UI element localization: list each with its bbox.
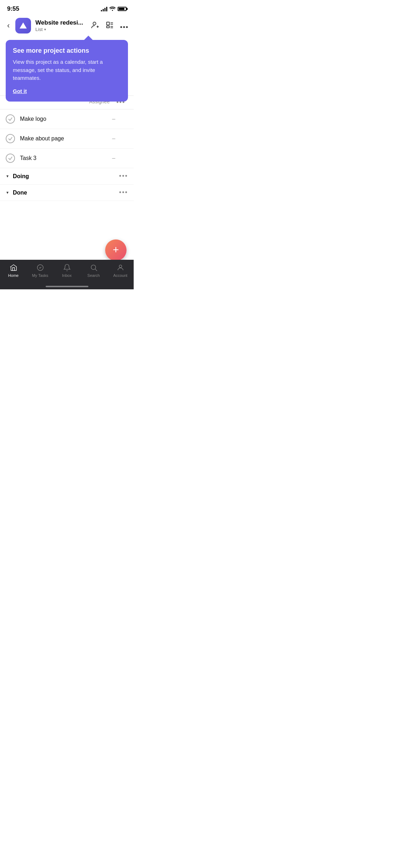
- view-label: List: [35, 27, 42, 32]
- section-collapse-icon: ▼: [6, 191, 9, 195]
- back-button[interactable]: ‹: [6, 20, 11, 32]
- section-done[interactable]: ▼ Done •••: [0, 185, 134, 201]
- svg-rect-7: [107, 26, 109, 28]
- task-name[interactable]: Task 3: [20, 155, 99, 161]
- task-row: Make about page –: [0, 129, 134, 149]
- task-checkbox[interactable]: [6, 154, 15, 163]
- plus-icon: +: [113, 244, 119, 255]
- project-icon: [15, 18, 31, 33]
- header: ‹ Website redesi... List ▾: [0, 16, 134, 36]
- task-name[interactable]: Make logo: [20, 116, 99, 122]
- svg-point-16: [119, 265, 122, 268]
- task-assignee: –: [99, 155, 128, 161]
- task-checkbox[interactable]: [6, 114, 15, 124]
- nav-inbox-label: Inbox: [62, 273, 72, 278]
- nav-home[interactable]: Home: [0, 263, 27, 278]
- home-indicator: [46, 286, 88, 287]
- tooltip-body: View this project as a calendar, start a…: [13, 58, 121, 82]
- wifi-icon: [109, 6, 115, 12]
- add-member-button[interactable]: [91, 21, 99, 31]
- section-title: Doing: [13, 173, 119, 180]
- section-more-button[interactable]: •••: [119, 189, 128, 196]
- svg-rect-4: [107, 22, 109, 25]
- nav-account-label: Account: [113, 273, 128, 278]
- svg-point-12: [126, 26, 128, 28]
- svg-point-1: [93, 22, 96, 25]
- nav-inbox[interactable]: Inbox: [53, 263, 80, 278]
- svg-point-14: [91, 265, 96, 270]
- svg-line-15: [95, 269, 97, 271]
- tooltip-popup: See more project actions View this proje…: [6, 36, 128, 102]
- battery-icon: [118, 7, 127, 11]
- tooltip-title: See more project actions: [13, 47, 121, 55]
- task-row: Make logo –: [0, 109, 134, 129]
- inbox-icon: [63, 263, 71, 272]
- tooltip-box: See more project actions View this proje…: [6, 40, 128, 102]
- svg-marker-0: [20, 22, 27, 29]
- nav-account[interactable]: Account: [107, 263, 134, 278]
- my-tasks-icon: [36, 263, 45, 272]
- section-collapse-icon: ▼: [6, 174, 9, 178]
- nav-search-label: Search: [87, 273, 100, 278]
- more-options-button[interactable]: [120, 22, 128, 30]
- search-icon: [89, 263, 98, 272]
- status-icons: [101, 6, 127, 12]
- header-actions: [91, 21, 128, 31]
- nav-my-tasks[interactable]: My Tasks: [27, 263, 53, 278]
- account-icon: [116, 263, 125, 272]
- signal-icon: [101, 6, 107, 11]
- task-assignee: –: [99, 135, 128, 142]
- add-task-fab[interactable]: +: [105, 239, 127, 261]
- got-it-button[interactable]: Got it: [13, 88, 27, 94]
- svg-point-10: [120, 26, 122, 28]
- home-icon: [9, 263, 18, 272]
- status-bar: 9:55: [0, 0, 134, 16]
- bottom-navigation: Home My Tasks Inbox Search: [0, 260, 134, 289]
- project-info: Website redesi... List ▾: [35, 19, 87, 32]
- task-row: Task 3 –: [0, 149, 134, 168]
- project-name: Website redesi...: [35, 19, 87, 26]
- nav-home-label: Home: [8, 273, 19, 278]
- view-options-button[interactable]: [106, 21, 114, 31]
- task-name[interactable]: Make about page: [20, 135, 99, 142]
- section-doing[interactable]: ▼ Doing •••: [0, 168, 134, 185]
- task-checkbox[interactable]: [6, 134, 15, 143]
- task-table: Assignee ••• Make logo – Make about page…: [0, 95, 134, 201]
- project-view[interactable]: List ▾: [35, 27, 87, 32]
- nav-my-tasks-label: My Tasks: [32, 273, 48, 278]
- task-assignee: –: [99, 116, 128, 122]
- section-more-button[interactable]: •••: [119, 172, 128, 180]
- status-time: 9:55: [7, 5, 19, 12]
- tooltip-arrow: [84, 36, 93, 40]
- section-title: Done: [13, 190, 119, 196]
- chevron-down-icon: ▾: [44, 27, 46, 31]
- svg-point-11: [123, 26, 125, 28]
- nav-search[interactable]: Search: [80, 263, 107, 278]
